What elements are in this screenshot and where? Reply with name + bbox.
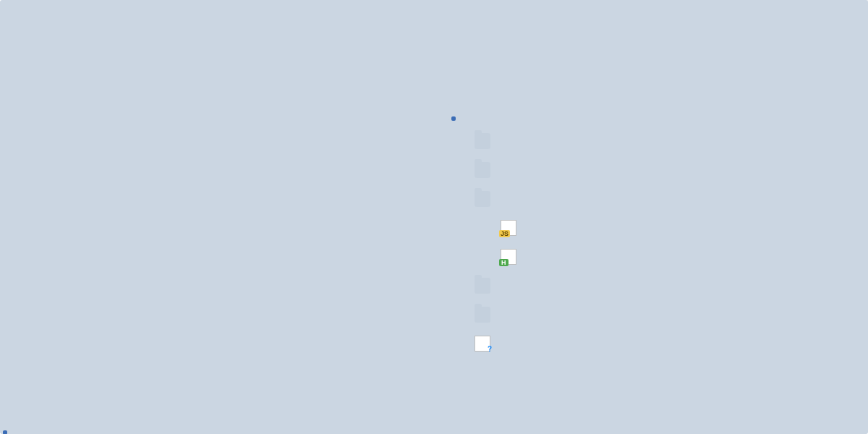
- folder-icon: [475, 278, 490, 294]
- folder-icon: [475, 307, 490, 323]
- html-file-icon: [501, 249, 516, 265]
- remote-toolbar: apache ▾ ...: [421, 32, 868, 93]
- folder-icon: [475, 162, 490, 178]
- folder-icon: [475, 133, 490, 149]
- file-icon: [475, 336, 490, 352]
- server-select[interactable]: apache ▾: [434, 43, 665, 81]
- folder-icon: [475, 191, 490, 207]
- server-icon: [448, 104, 464, 120]
- js-file-icon: [501, 220, 516, 236]
